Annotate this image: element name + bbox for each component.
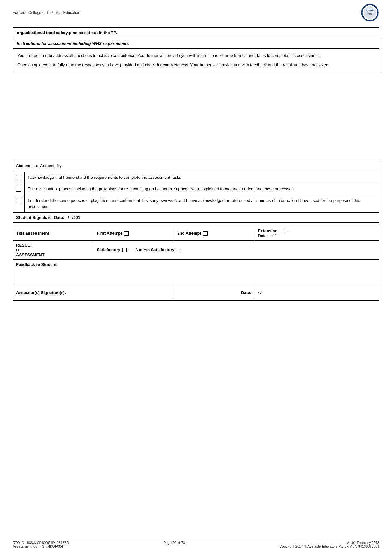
assessor-date-value-cell: / / [255,285,379,300]
text-content-box: You are required to address all question… [13,49,379,71]
checkbox-3[interactable] [16,198,21,203]
college-name: Adelaide College of Technical Education [13,10,80,15]
first-attempt-label: First Attempt [97,231,122,236]
college-logo: SMTFE ACTE [360,3,379,22]
bold-box: organisational food safety plan as set o… [13,27,379,38]
spacer [13,71,379,160]
svg-text:ACTE: ACTE [368,13,372,15]
second-attempt-label: 2nd Attempt [177,231,201,236]
authenticity-table: Statement of Authenticity I acknowledge … [13,160,379,223]
footer-right: V1.01 February 2018 Copyright 2017 © Ade… [280,541,379,548]
result-options-cell: Satisfactory Not Yet Satisfactory [93,240,379,259]
date-label: Date: [54,215,64,220]
checkbox-cell-2[interactable] [13,183,25,195]
assessment-result-table: This assessment: First Attempt 2nd Attem… [13,226,379,301]
assessment-row-1: This assessment: First Attempt 2nd Attem… [13,226,379,241]
footer-assessment-tool: Assessment tool – SITHKOP004 [13,545,69,548]
extension-label: Extension [258,228,278,233]
assessor-signature-cell: Assessor(s) Signature(s): [13,285,174,300]
extension-cell: Extension – Date: / / [255,226,379,241]
date-value: /201 [72,215,80,220]
feedback-cell: Feedback to Student: [13,259,379,285]
satisfactory-checkbox[interactable] [122,248,127,252]
checkbox-1[interactable] [16,175,21,180]
second-attempt-checkbox[interactable] [203,231,208,236]
signature-row: Student Signature: Date: / /201 [13,212,379,223]
footer-left: RTO ID: 40336 CRICOS ID: 03187D Assessme… [13,541,69,548]
assessor-date-label-cell: Date: [174,285,255,300]
assessor-date-label: Date: [241,290,251,295]
this-assessment-label: This assessment: [13,226,93,241]
footer-rto: RTO ID: 40336 CRICOS ID: 03187D [13,541,69,545]
extension-date-slashes: / / [272,233,276,238]
authenticity-item-3: I understand the consequences of plagiar… [25,195,379,212]
authenticity-item-row-3: I understand the consequences of plagiar… [13,195,379,212]
authenticity-item-1: I acknowledge that I understand the requ… [25,172,379,183]
result-label: RESULTOFASSESSMENT [13,240,93,259]
checkbox-cell-1[interactable] [13,172,25,183]
checkbox-2[interactable] [16,187,21,192]
assessment-row-2: RESULTOFASSESSMENT Satisfactory Not Yet … [13,240,379,259]
text-para1: You are required to address all question… [17,52,375,59]
signature-row-cell: Student Signature: Date: / /201 [13,212,379,223]
assessor-date-slashes: / / [258,290,262,295]
first-attempt-cell: First Attempt [93,226,174,241]
satisfactory-label: Satisfactory [97,247,120,252]
date-section: Date: / /201 [54,215,80,220]
extension-checkbox[interactable] [280,229,284,233]
not-yet-satisfactory-label: Not Yet Satisfactory [136,247,175,252]
svg-text:SMTFE: SMTFE [366,9,374,12]
checkbox-cell-3[interactable] [13,195,25,212]
first-attempt-checkbox[interactable] [124,231,129,236]
feedback-label: Feedback to Student: [16,262,58,267]
footer-version: V1.01 February 2018 [280,541,379,545]
not-yet-satisfactory-checkbox[interactable] [177,248,181,252]
student-signature-label: Student Signature: [16,215,53,220]
footer-copyright: Copyright 2017 © Adelaide Educators Pty … [280,545,379,548]
instructions-box: Instructions for assessment including WH… [13,39,379,49]
bold-box-text: organisational food safety plan as set o… [17,30,375,35]
authenticity-title-row: Statement of Authenticity [13,160,379,172]
main-content: organisational food safety plan as set o… [0,24,392,301]
instructions-title: Instructions for assessment including WH… [17,41,375,46]
assessment-row-4: Assessor(s) Signature(s): Date: / / [13,285,379,300]
assessment-row-3: Feedback to Student: [13,259,379,285]
authenticity-title: Statement of Authenticity [13,160,379,172]
result-label-text: RESULTOFASSESSMENT [16,243,45,257]
authenticity-item-2: The assessment process including the pro… [25,183,379,195]
authenticity-item-row-1: I acknowledge that I understand the requ… [13,172,379,183]
footer: RTO ID: 40336 CRICOS ID: 03187D Assessme… [13,539,379,548]
date-slash1: / [68,215,69,220]
authenticity-item-row-2: The assessment process including the pro… [13,183,379,195]
header: Adelaide College of Technical Education … [0,0,392,24]
footer-page: Page 20 of 73 [163,541,185,548]
second-attempt-cell: 2nd Attempt [174,226,255,241]
text-para2: Once completed, carefully read the respo… [17,62,375,68]
extension-dash: – [286,228,288,233]
page: Adelaide College of Technical Education … [0,0,392,554]
extension-date-label: Date: [258,233,268,238]
assessor-signature-label: Assessor(s) Signature(s): [16,290,66,295]
